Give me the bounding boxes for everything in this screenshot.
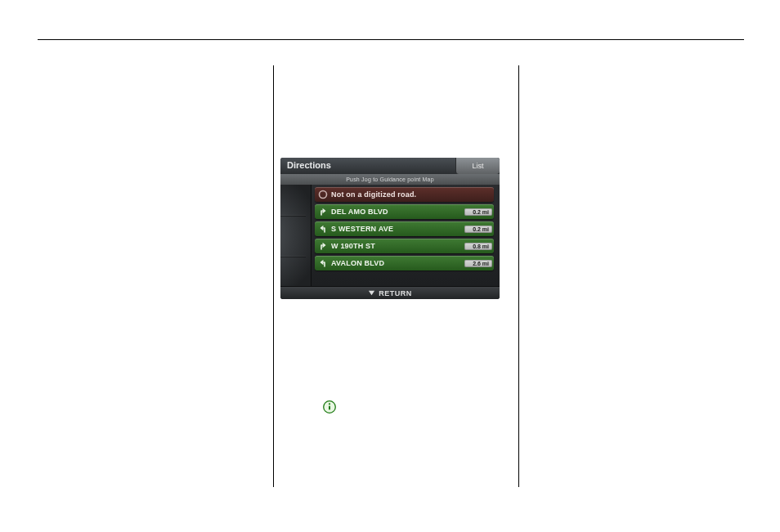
horizontal-rule (38, 39, 744, 40)
list-item[interactable]: AVALON BLVD 2.6 mi (315, 256, 494, 270)
list-item[interactable]: S WESTERN AVE 0.2 mi (315, 221, 494, 236)
svg-point-0 (320, 191, 327, 199)
street-name: Not on a digitized road. (331, 190, 492, 199)
distance-badge: 2.6 mi (464, 260, 492, 267)
column-divider (518, 65, 519, 487)
distance-badge: 0.8 mi (464, 243, 492, 250)
street-name: DEL AMO BLVD (331, 208, 464, 216)
device-body: Not on a digitized road. DEL AMO BLVD 0.… (280, 185, 500, 286)
turn-left-icon (317, 257, 329, 269)
nav-device-screenshot: Directions List Push Jog to Guidance poi… (280, 158, 500, 299)
street-name: S WESTERN AVE (331, 225, 464, 233)
list-item[interactable]: DEL AMO BLVD 0.2 mi (315, 204, 494, 219)
directions-list: Not on a digitized road. DEL AMO BLVD 0.… (312, 185, 500, 286)
street-name: W 190TH ST (331, 242, 464, 250)
turn-right-icon (317, 240, 329, 252)
turn-left-icon (317, 223, 329, 235)
return-button[interactable]: RETURN (280, 286, 500, 299)
device-hint-bar: Push Jog to Guidance point Map (280, 174, 500, 185)
street-name: AVALON BLVD (331, 259, 464, 267)
distance-badge: 0.2 mi (464, 226, 492, 233)
return-label: RETURN (379, 289, 412, 297)
triangle-down-icon (368, 289, 375, 297)
svg-rect-2 (329, 406, 330, 410)
distance-badge: 0.2 mi (464, 208, 492, 216)
list-item[interactable]: W 190TH ST 0.8 mi (315, 239, 494, 253)
turn-right-icon (317, 206, 329, 217)
list-item[interactable]: Not on a digitized road. (315, 187, 494, 202)
column-divider (273, 65, 274, 487)
info-icon (323, 400, 336, 414)
device-title: Directions (280, 158, 455, 174)
list-tab[interactable]: List (455, 158, 500, 174)
stop-icon (317, 189, 329, 200)
jog-wheel[interactable] (280, 185, 312, 286)
svg-point-3 (329, 403, 330, 405)
device-header: Directions List (280, 158, 500, 174)
